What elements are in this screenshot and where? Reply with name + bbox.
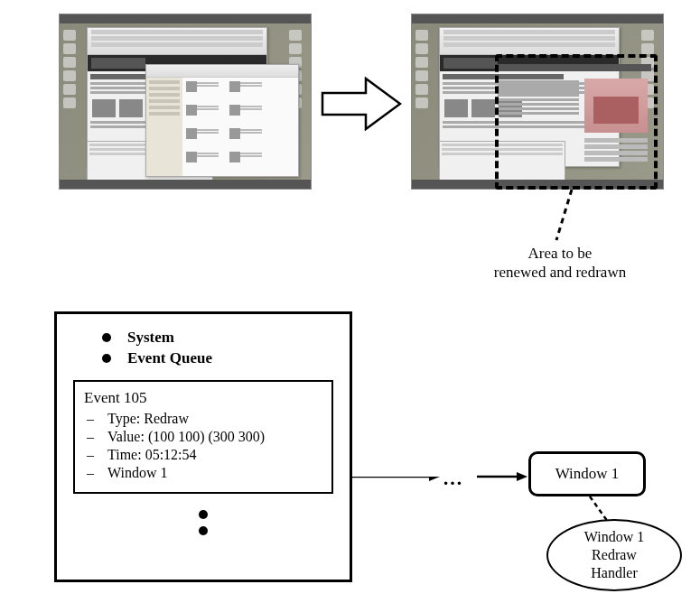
handler-line3: Handler bbox=[584, 564, 644, 582]
taskbar-top bbox=[60, 14, 311, 23]
revealed-redraw-area bbox=[498, 64, 651, 177]
flow-arrow-2 bbox=[477, 469, 531, 487]
system-header: System Event Queue bbox=[102, 329, 350, 367]
event-queue-label: Event Queue bbox=[127, 349, 212, 367]
taskbar-bottom bbox=[412, 180, 663, 189]
flow-ellipsis: … bbox=[443, 467, 465, 490]
svg-marker-2 bbox=[429, 477, 440, 481]
system-label: System bbox=[127, 329, 174, 347]
annotation-line2: renewed and redrawn bbox=[470, 263, 650, 282]
event-window: Window 1 bbox=[107, 465, 167, 481]
redraw-annotation: Area to be renewed and redrawn bbox=[470, 244, 650, 283]
event-value: Value: (100 100) (300 300) bbox=[107, 429, 265, 445]
svg-line-5 bbox=[590, 496, 608, 522]
browser-chrome bbox=[440, 30, 619, 55]
desktop-icons-left bbox=[63, 27, 81, 176]
leader-line bbox=[549, 190, 585, 244]
svg-line-0 bbox=[556, 190, 572, 240]
desktop-icons-left bbox=[415, 27, 434, 176]
taskbar-bottom bbox=[60, 180, 311, 189]
window-node: Window 1 bbox=[528, 451, 646, 496]
bullet-icon bbox=[102, 354, 111, 363]
screenshot-before bbox=[59, 14, 312, 190]
system-event-queue-box: System Event Queue Event 105 –Type: Redr… bbox=[54, 311, 352, 582]
browser-chrome bbox=[88, 30, 266, 55]
event-time: Time: 05:12:54 bbox=[107, 447, 197, 463]
vertical-ellipsis-icon bbox=[57, 510, 350, 535]
event-entry-box: Event 105 –Type: Redraw –Value: (100 100… bbox=[73, 380, 333, 494]
process-arrow-icon bbox=[321, 77, 402, 131]
annotation-line1: Area to be bbox=[470, 244, 650, 263]
event-type: Type: Redraw bbox=[107, 411, 189, 427]
taskbar-top bbox=[412, 14, 663, 23]
redraw-handler-node: Window 1 Redraw Handler bbox=[546, 519, 682, 591]
popup-window-overlay bbox=[145, 64, 299, 177]
screenshot-after bbox=[411, 14, 664, 190]
window-label: Window 1 bbox=[555, 465, 620, 483]
handler-line1: Window 1 bbox=[584, 528, 644, 546]
event-title: Event 105 bbox=[84, 389, 322, 407]
bullet-icon bbox=[102, 333, 111, 342]
handler-line2: Redraw bbox=[584, 546, 644, 564]
svg-marker-4 bbox=[517, 472, 527, 481]
